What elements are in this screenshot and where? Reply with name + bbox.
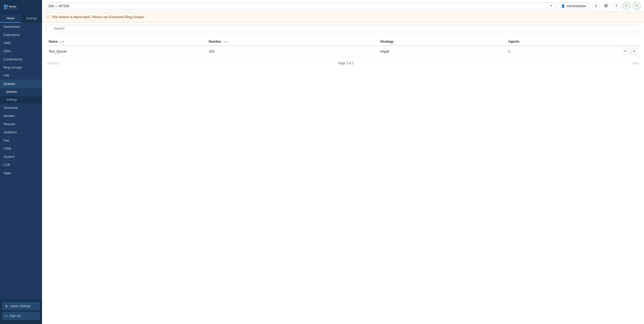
- table-row: Test_Queue 103 ringall 1 ✏ ✕: [46, 46, 640, 57]
- chevron-right-icon: ›: [38, 131, 38, 134]
- info-icon: ℹ: [595, 4, 597, 8]
- svg-text:bicom: bicom: [9, 5, 16, 8]
- admin-settings-button[interactable]: ⚙ Admin Settings: [2, 302, 40, 310]
- sort-icon-number: ▲▼: [223, 40, 228, 43]
- sidebar-bottom: ⚙ Admin Settings ↩ Sign out: [0, 300, 42, 324]
- column-header-agents: Agents: [506, 37, 620, 46]
- cell-name: Test_Queue: [46, 46, 206, 57]
- sidebar-item-ring-groups[interactable]: Ring Groups ›: [0, 63, 42, 72]
- refresh-icon-button[interactable]: ↻: [623, 2, 630, 10]
- chevron-right-icon: ›: [38, 139, 38, 142]
- deprecation-text: This feature is deprecated. Please use E…: [52, 15, 144, 19]
- sort-icon-name: ▲▼: [60, 40, 65, 43]
- cell-actions: ✏ ✕: [620, 46, 640, 57]
- header: 200 — MT200 👤 Administrator ℹ ? ↻ ↻: [42, 0, 644, 12]
- main-content: 200 — MT200 👤 Administrator ℹ ? ↻ ↻: [42, 0, 644, 324]
- chevron-right-icon: ›: [38, 58, 38, 61]
- tab-settings[interactable]: Settings: [21, 15, 42, 23]
- refresh-all-icon: ↻: [635, 4, 638, 8]
- chevron-right-icon: ›: [38, 33, 38, 36]
- globe-icon: [604, 4, 608, 8]
- sidebar: bicom SYSTEMS Home Settings Dashboard Ex…: [0, 0, 42, 324]
- sidebar-item-monitor[interactable]: Monitor ›: [0, 112, 42, 120]
- administrator-button[interactable]: 👤 Administrator: [558, 3, 590, 9]
- sidebar-item-dids[interactable]: DIDs: [0, 47, 42, 55]
- edit-button[interactable]: ✏: [622, 48, 629, 55]
- gear-icon: ⚙: [5, 304, 8, 308]
- question-icon: ?: [615, 4, 617, 8]
- chevron-right-icon: ›: [38, 123, 38, 125]
- table-body: Test_Queue 103 ringall 1 ✏ ✕: [46, 46, 640, 57]
- content-area: ⚠ This feature is deprecated. Please use…: [42, 12, 644, 324]
- refresh-all-icon-button[interactable]: ↻: [633, 2, 640, 10]
- chevron-right-icon: ›: [38, 172, 38, 174]
- previous-page-link[interactable]: ‹ previous: [46, 61, 60, 65]
- sidebar-item-conferences[interactable]: Conferences ›: [0, 55, 42, 63]
- next-page-link[interactable]: next ›: [632, 61, 640, 65]
- table-header-row: Name ▲▼ Number ▲▼ Strategy Agents: [46, 37, 640, 46]
- svg-rect-2: [4, 7, 6, 9]
- sidebar-item-reports[interactable]: Reports ›: [0, 120, 42, 128]
- sidebar-item-system[interactable]: System ›: [0, 153, 42, 161]
- column-header-number[interactable]: Number ▲▼: [206, 37, 378, 46]
- column-header-strategy: Strategy: [378, 37, 506, 46]
- sidebar-item-queues[interactable]: Queues ⌄: [0, 80, 42, 88]
- search-input[interactable]: [46, 25, 640, 32]
- sign-out-button[interactable]: ↩ Sign out: [2, 312, 40, 320]
- chevron-right-icon: ›: [38, 155, 38, 158]
- svg-rect-0: [4, 5, 6, 7]
- tenant-select[interactable]: 200 — MT200: [46, 3, 555, 9]
- refresh-icon: ↻: [625, 4, 628, 8]
- chevron-right-icon: ›: [38, 42, 38, 44]
- sidebar-item-statistics[interactable]: Statistics ›: [0, 128, 42, 136]
- chevron-right-icon: ›: [38, 147, 38, 150]
- search-wrapper: 🔍: [46, 25, 640, 32]
- sidebar-item-lcr[interactable]: LCR: [0, 161, 42, 169]
- sidebar-item-dashboard[interactable]: Dashboard: [0, 23, 42, 31]
- cell-strategy: ringall: [378, 46, 506, 57]
- delete-button[interactable]: ✕: [631, 48, 637, 55]
- info-icon-button[interactable]: ℹ: [592, 2, 600, 10]
- queues-table: Name ▲▼ Number ▲▼ Strategy Agents: [46, 37, 640, 57]
- sidebar-item-settings-sub[interactable]: Settings: [0, 96, 42, 104]
- logo: bicom SYSTEMS: [0, 0, 42, 15]
- chevron-right-icon: ›: [38, 114, 38, 117]
- sidebar-item-queues-sub[interactable]: Queues: [0, 88, 42, 96]
- svg-rect-1: [6, 5, 8, 7]
- warning-icon: ⚠: [46, 15, 50, 19]
- chevron-right-icon: ›: [38, 66, 38, 69]
- chevron-right-icon: ›: [38, 74, 38, 77]
- sidebar-item-apps[interactable]: Apps ›: [0, 169, 42, 177]
- deprecation-warning: ⚠ This feature is deprecated. Please use…: [42, 12, 644, 22]
- sidebar-item-extensions[interactable]: Extensions ›: [0, 31, 42, 39]
- svg-text:SYSTEMS: SYSTEMS: [9, 8, 18, 10]
- svg-rect-3: [6, 7, 8, 9]
- chevron-down-icon: ⌄: [36, 82, 38, 85]
- column-header-actions: [620, 37, 640, 46]
- help-icon-button[interactable]: ?: [612, 2, 620, 10]
- globe-icon-button[interactable]: [602, 2, 610, 10]
- column-header-name[interactable]: Name ▲▼: [46, 37, 206, 46]
- search-bar: 🔍: [42, 22, 644, 35]
- sidebar-tabs: Home Settings: [0, 15, 42, 23]
- sidebar-item-sms[interactable]: SMS ›: [0, 39, 42, 47]
- tab-home[interactable]: Home: [0, 15, 21, 23]
- pagination: ‹ previous Page 1 of 1 next ›: [42, 59, 644, 67]
- sidebar-item-fax[interactable]: Fax ›: [0, 136, 42, 145]
- cell-number: 103: [206, 46, 378, 57]
- signout-icon: ↩: [5, 314, 8, 318]
- user-icon: 👤: [561, 4, 565, 8]
- cell-agents: 1: [506, 46, 620, 57]
- sidebar-item-ivr[interactable]: IVR ›: [0, 72, 42, 80]
- sidebar-item-voicemail[interactable]: Voicemail ›: [0, 104, 42, 112]
- table-container: Name ▲▼ Number ▲▼ Strategy Agents: [42, 35, 644, 59]
- sidebar-item-crm[interactable]: CRM ›: [0, 145, 42, 153]
- chevron-right-icon: ›: [38, 106, 38, 109]
- page-info: Page 1 of 1: [338, 61, 354, 65]
